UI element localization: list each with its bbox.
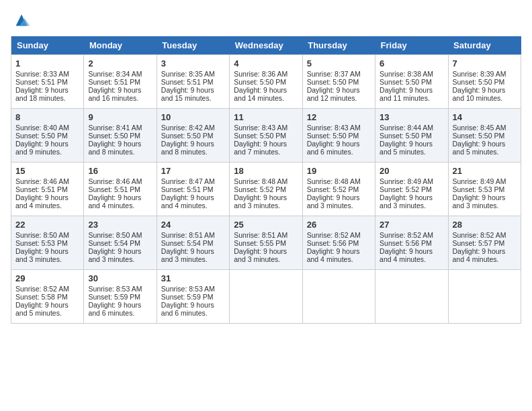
- day-of-week-header: Monday: [84, 36, 157, 55]
- day-info: Sunrise: 8:51 AM Sunset: 5:54 PM Dayligh…: [161, 231, 215, 263]
- calendar-cell: 28Sunrise: 8:52 AM Sunset: 5:57 PM Dayli…: [448, 216, 521, 270]
- calendar-cell: 6Sunrise: 8:38 AM Sunset: 5:50 PM Daylig…: [375, 55, 448, 109]
- day-number: 4: [234, 58, 298, 68]
- calendar-cell: 26Sunrise: 8:52 AM Sunset: 5:56 PM Dayli…: [302, 216, 375, 270]
- day-info: Sunrise: 8:40 AM Sunset: 5:50 PM Dayligh…: [15, 124, 69, 156]
- day-number: 6: [380, 58, 443, 68]
- day-info: Sunrise: 8:34 AM Sunset: 5:51 PM Dayligh…: [88, 70, 142, 102]
- day-number: 5: [307, 58, 371, 68]
- day-info: Sunrise: 8:39 AM Sunset: 5:50 PM Dayligh…: [453, 70, 506, 102]
- day-info: Sunrise: 8:48 AM Sunset: 5:52 PM Dayligh…: [307, 177, 361, 210]
- day-number: 24: [161, 220, 225, 230]
- calendar-cell: 16Sunrise: 8:46 AM Sunset: 5:51 PM Dayli…: [84, 163, 157, 216]
- day-info: Sunrise: 8:37 AM Sunset: 5:50 PM Dayligh…: [307, 70, 361, 102]
- day-number: 21: [453, 166, 517, 176]
- calendar-week-row: 29Sunrise: 8:52 AM Sunset: 5:58 PM Dayli…: [11, 270, 521, 324]
- day-number: 20: [380, 166, 443, 176]
- day-number: 16: [88, 166, 152, 176]
- day-info: Sunrise: 8:46 AM Sunset: 5:51 PM Dayligh…: [88, 177, 142, 210]
- calendar-cell: 18Sunrise: 8:48 AM Sunset: 5:52 PM Dayli…: [230, 163, 302, 216]
- calendar-cell: 29Sunrise: 8:52 AM Sunset: 5:58 PM Dayli…: [11, 270, 84, 324]
- calendar-week-row: 22Sunrise: 8:50 AM Sunset: 5:53 PM Dayli…: [11, 216, 521, 270]
- day-info: Sunrise: 8:35 AM Sunset: 5:51 PM Dayligh…: [161, 70, 215, 102]
- calendar-cell: 10Sunrise: 8:42 AM Sunset: 5:50 PM Dayli…: [157, 109, 229, 163]
- day-number: 28: [453, 220, 517, 230]
- day-number: 26: [307, 220, 371, 230]
- day-info: Sunrise: 8:49 AM Sunset: 5:53 PM Dayligh…: [453, 177, 506, 210]
- calendar-cell: 20Sunrise: 8:49 AM Sunset: 5:52 PM Dayli…: [375, 163, 448, 216]
- day-info: Sunrise: 8:52 AM Sunset: 5:56 PM Dayligh…: [380, 231, 433, 263]
- day-of-week-header: Tuesday: [157, 36, 229, 55]
- day-info: Sunrise: 8:52 AM Sunset: 5:56 PM Dayligh…: [307, 231, 361, 263]
- day-number: 18: [234, 166, 298, 176]
- calendar-cell: 19Sunrise: 8:48 AM Sunset: 5:52 PM Dayli…: [302, 163, 375, 216]
- calendar-cell: 8Sunrise: 8:40 AM Sunset: 5:50 PM Daylig…: [11, 109, 84, 163]
- day-number: 3: [161, 58, 225, 68]
- day-info: Sunrise: 8:42 AM Sunset: 5:50 PM Dayligh…: [161, 124, 215, 156]
- calendar-cell: 17Sunrise: 8:47 AM Sunset: 5:51 PM Dayli…: [157, 163, 229, 216]
- logo: [11, 11, 31, 30]
- calendar-cell: 22Sunrise: 8:50 AM Sunset: 5:53 PM Dayli…: [11, 216, 84, 270]
- day-of-week-header: Wednesday: [230, 36, 302, 55]
- day-info: Sunrise: 8:52 AM Sunset: 5:57 PM Dayligh…: [453, 231, 506, 263]
- calendar-cell: 11Sunrise: 8:43 AM Sunset: 5:50 PM Dayli…: [230, 109, 302, 163]
- calendar-cell: [375, 270, 448, 324]
- calendar-cell: 3Sunrise: 8:35 AM Sunset: 5:51 PM Daylig…: [157, 55, 229, 109]
- day-number: 10: [161, 112, 225, 122]
- day-number: 14: [453, 112, 517, 122]
- day-number: 23: [88, 220, 152, 230]
- day-of-week-header: Saturday: [448, 36, 521, 55]
- day-number: 7: [453, 58, 517, 68]
- calendar-cell: 1Sunrise: 8:33 AM Sunset: 5:51 PM Daylig…: [11, 55, 84, 109]
- day-number: 25: [234, 220, 298, 230]
- calendar-cell: 14Sunrise: 8:45 AM Sunset: 5:50 PM Dayli…: [448, 109, 521, 163]
- calendar-week-row: 1Sunrise: 8:33 AM Sunset: 5:51 PM Daylig…: [11, 55, 521, 109]
- calendar-cell: 23Sunrise: 8:50 AM Sunset: 5:54 PM Dayli…: [84, 216, 157, 270]
- calendar-cell: 24Sunrise: 8:51 AM Sunset: 5:54 PM Dayli…: [157, 216, 229, 270]
- calendar-week-row: 8Sunrise: 8:40 AM Sunset: 5:50 PM Daylig…: [11, 109, 521, 163]
- page-header: [11, 11, 521, 30]
- day-info: Sunrise: 8:44 AM Sunset: 5:50 PM Dayligh…: [380, 124, 433, 156]
- day-info: Sunrise: 8:50 AM Sunset: 5:53 PM Dayligh…: [15, 231, 69, 263]
- day-of-week-header: Thursday: [302, 36, 375, 55]
- calendar-cell: 12Sunrise: 8:43 AM Sunset: 5:50 PM Dayli…: [302, 109, 375, 163]
- day-info: Sunrise: 8:47 AM Sunset: 5:51 PM Dayligh…: [161, 177, 215, 210]
- calendar-cell: [302, 270, 375, 324]
- day-number: 1: [15, 58, 79, 68]
- day-number: 2: [88, 58, 152, 68]
- day-info: Sunrise: 8:36 AM Sunset: 5:50 PM Dayligh…: [234, 70, 287, 102]
- day-info: Sunrise: 8:45 AM Sunset: 5:50 PM Dayligh…: [453, 124, 506, 156]
- calendar-table: SundayMondayTuesdayWednesdayThursdayFrid…: [11, 36, 521, 324]
- day-info: Sunrise: 8:49 AM Sunset: 5:52 PM Dayligh…: [380, 177, 433, 210]
- calendar-cell: 13Sunrise: 8:44 AM Sunset: 5:50 PM Dayli…: [375, 109, 448, 163]
- day-number: 9: [88, 112, 152, 122]
- day-number: 13: [380, 112, 443, 122]
- calendar-cell: 7Sunrise: 8:39 AM Sunset: 5:50 PM Daylig…: [448, 55, 521, 109]
- day-info: Sunrise: 8:53 AM Sunset: 5:59 PM Dayligh…: [161, 285, 215, 317]
- day-info: Sunrise: 8:43 AM Sunset: 5:50 PM Dayligh…: [234, 124, 287, 156]
- day-info: Sunrise: 8:38 AM Sunset: 5:50 PM Dayligh…: [380, 70, 433, 102]
- day-number: 22: [15, 220, 79, 230]
- day-info: Sunrise: 8:50 AM Sunset: 5:54 PM Dayligh…: [88, 231, 142, 263]
- day-info: Sunrise: 8:46 AM Sunset: 5:51 PM Dayligh…: [15, 177, 69, 210]
- calendar-cell: 9Sunrise: 8:41 AM Sunset: 5:50 PM Daylig…: [84, 109, 157, 163]
- day-number: 31: [161, 273, 225, 283]
- day-number: 12: [307, 112, 371, 122]
- day-info: Sunrise: 8:33 AM Sunset: 5:51 PM Dayligh…: [15, 70, 69, 102]
- day-info: Sunrise: 8:48 AM Sunset: 5:52 PM Dayligh…: [234, 177, 287, 210]
- calendar-cell: 27Sunrise: 8:52 AM Sunset: 5:56 PM Dayli…: [375, 216, 448, 270]
- calendar-cell: 21Sunrise: 8:49 AM Sunset: 5:53 PM Dayli…: [448, 163, 521, 216]
- day-number: 8: [15, 112, 79, 122]
- day-number: 19: [307, 166, 371, 176]
- day-info: Sunrise: 8:41 AM Sunset: 5:50 PM Dayligh…: [88, 124, 142, 156]
- day-number: 29: [15, 273, 79, 283]
- day-number: 17: [161, 166, 225, 176]
- calendar-cell: [448, 270, 521, 324]
- calendar-cell: 30Sunrise: 8:53 AM Sunset: 5:59 PM Dayli…: [84, 270, 157, 324]
- day-info: Sunrise: 8:52 AM Sunset: 5:58 PM Dayligh…: [15, 285, 69, 317]
- day-number: 30: [88, 273, 152, 283]
- calendar-cell: 25Sunrise: 8:51 AM Sunset: 5:55 PM Dayli…: [230, 216, 302, 270]
- calendar-cell: [230, 270, 302, 324]
- day-of-week-header: Sunday: [11, 36, 84, 55]
- day-number: 27: [380, 220, 443, 230]
